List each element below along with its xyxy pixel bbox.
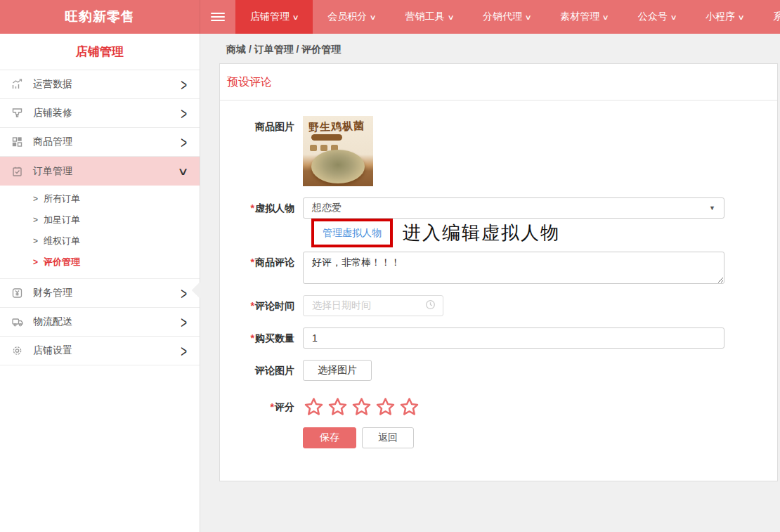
star-icon[interactable] (327, 396, 349, 417)
star-rating (303, 396, 420, 417)
clipboard-icon (11, 166, 27, 177)
clock-icon (425, 299, 436, 313)
required-asterisk: * (271, 401, 274, 413)
product-image-title: 野生鸡枞菌 (308, 119, 365, 135)
chevron-right-icon: > (181, 103, 187, 122)
sidebar-subitem-rights-orders[interactable]: > 维权订单 (0, 231, 200, 252)
chevron-right-icon: > (33, 236, 38, 246)
sidebar-subitem-all-orders[interactable]: > 所有订单 (0, 188, 200, 209)
comment-time-row: *评论时间 选择日期时间 (227, 295, 777, 316)
chevron-down-icon: ∨ (670, 13, 677, 21)
nav-item-distribution-agent[interactable]: 分销代理 ∨ (468, 0, 545, 34)
virtual-person-label: 虚拟人物 (255, 202, 294, 214)
nav-item-system-manage[interactable]: 系统管理 ∨ (758, 0, 780, 34)
product-image-plate (311, 150, 365, 183)
sidebar-item-product-manage[interactable]: 商品管理 > (0, 128, 200, 157)
sidebar-item-logistics[interactable]: 物流配送 > (0, 308, 200, 337)
required-asterisk: * (251, 257, 254, 268)
sidebar-item-finance-manage[interactable]: 财务管理 > (0, 279, 200, 308)
product-comment-row: *商品评论 好评，非常棒！！！ (227, 252, 777, 284)
comment-time-label: 评论时间 (255, 300, 294, 311)
breadcrumb: 商城 / 订单管理 / 评价管理 (226, 44, 780, 56)
rating-row: *评分 (227, 396, 777, 417)
chevron-down-icon: ∨ (292, 13, 299, 21)
chart-icon (11, 79, 27, 90)
product-image-label: 商品图片 (255, 121, 294, 132)
star-icon[interactable] (398, 396, 420, 417)
chevron-right-icon: > (181, 132, 187, 151)
virtual-person-row: *虚拟人物 想恋爱 ▼ (227, 197, 777, 219)
top-nav-menu: 店铺管理 ∨ 会员积分 ∨ 营销工具 ∨ 分销代理 ∨ 素材管理 ∨ 公众号 ∨… (235, 0, 780, 34)
preset-review-panel: 预设评论 商品图片 野生鸡枞菌 *虚拟人物 (219, 63, 778, 481)
actions-row: 保存 返回 (227, 427, 777, 448)
purchase-quantity-label: 购买数量 (255, 332, 294, 344)
required-asterisk: * (251, 300, 254, 311)
star-icon[interactable] (351, 396, 372, 417)
purchase-quantity-row: *购买数量 (227, 327, 777, 349)
grid-icon (11, 136, 27, 148)
virtual-person-value: 想恋爱 (312, 202, 709, 214)
required-asterisk: * (251, 202, 254, 214)
chevron-right-icon: > (33, 257, 38, 267)
star-icon[interactable] (303, 396, 325, 417)
chevron-down-icon: ∨ (738, 13, 745, 21)
menu-toggle-button[interactable] (200, 0, 235, 34)
product-image[interactable]: 野生鸡枞菌 (303, 116, 373, 186)
sidebar-subitem-review-manage[interactable]: > 评价管理 (0, 252, 200, 273)
chevron-down-icon: ∨ (447, 13, 454, 21)
manage-virtual-person-link[interactable]: 管理虚拟人物 (323, 227, 382, 238)
chevron-right-icon: > (181, 283, 187, 302)
nav-item-member-points[interactable]: 会员积分 ∨ (313, 0, 390, 34)
preset-review-form: 商品图片 野生鸡枞菌 *虚拟人物 想恋爱 ▼ (220, 100, 777, 481)
virtual-person-select[interactable]: 想恋爱 ▼ (303, 197, 724, 219)
manage-virtual-person-row: 管理虚拟人物 进入编辑虚拟人物 (311, 219, 777, 247)
nav-item-mini-program[interactable]: 小程序 ∨ (691, 0, 758, 34)
yuan-icon (11, 287, 27, 299)
select-arrow-icon: ▼ (709, 205, 715, 212)
main-content: 商城 / 订单管理 / 评价管理 预设评论 商品图片 野生鸡枞菌 *虚拟人物 (200, 34, 780, 532)
sidebar-item-order-manage[interactable]: 订单管理 ∨ (0, 157, 200, 186)
annotation-highlight-box: 管理虚拟人物 (311, 219, 393, 247)
sidebar-title: 店铺管理 (0, 34, 200, 70)
chevron-down-icon: ∨ (525, 13, 532, 21)
hamburger-icon (211, 11, 225, 23)
chevron-down-icon: ∨ (370, 13, 377, 21)
comment-time-input[interactable]: 选择日期时间 (303, 295, 443, 316)
product-comment-label: 商品评论 (255, 257, 294, 268)
chevron-right-icon: > (181, 74, 187, 93)
back-button[interactable]: 返回 (362, 427, 414, 448)
sidebar-subitem-starred-orders[interactable]: > 加星订单 (0, 209, 200, 231)
sidebar-item-operation-data[interactable]: 运营数据 > (0, 70, 200, 99)
purchase-quantity-input[interactable] (303, 327, 724, 349)
chevron-right-icon: > (181, 312, 187, 331)
product-image-row: 商品图片 野生鸡枞菌 (227, 116, 777, 186)
truck-icon (11, 316, 27, 327)
gear-icon (11, 345, 27, 356)
chevron-down-icon: ∨ (177, 165, 188, 178)
save-button[interactable]: 保存 (303, 427, 356, 448)
star-icon[interactable] (375, 396, 396, 417)
chevron-right-icon: > (181, 341, 187, 360)
nav-item-marketing-tools[interactable]: 营销工具 ∨ (391, 0, 468, 34)
product-comment-textarea[interactable]: 好评，非常棒！！！ (303, 252, 724, 284)
sidebar: 店铺管理 运营数据 > 店铺装修 > 商品管理 > (0, 34, 200, 532)
brand-logo: 旺豹新零售 (0, 0, 200, 34)
comment-images-label: 评论图片 (255, 365, 294, 376)
nav-item-material-manage[interactable]: 素材管理 ∨ (545, 0, 623, 34)
nav-item-official-account[interactable]: 公众号 ∨ (623, 0, 691, 34)
product-image-ribbon (311, 134, 342, 141)
top-navbar: 旺豹新零售 店铺管理 ∨ 会员积分 ∨ 营销工具 ∨ 分销代理 ∨ 素材管理 ∨… (0, 0, 780, 34)
sidebar-item-shop-decoration[interactable]: 店铺装修 > (0, 99, 200, 128)
choose-image-button[interactable]: 选择图片 (303, 360, 372, 381)
panel-title: 预设评论 (220, 64, 777, 100)
rating-label: 评分 (275, 401, 294, 413)
comment-time-placeholder: 选择日期时间 (312, 299, 425, 312)
sidebar-item-shop-settings[interactable]: 店铺设置 > (0, 337, 200, 365)
comment-images-row: 评论图片 选择图片 (227, 360, 777, 381)
chevron-right-icon: > (33, 194, 38, 204)
required-asterisk: * (251, 332, 254, 344)
nav-item-shop-manage[interactable]: 店铺管理 ∨ (235, 0, 313, 34)
order-submenu: > 所有订单 > 加星订单 > 维权订单 > 评价管理 (0, 186, 200, 279)
chevron-right-icon: > (33, 215, 38, 225)
brush-icon (11, 108, 27, 119)
